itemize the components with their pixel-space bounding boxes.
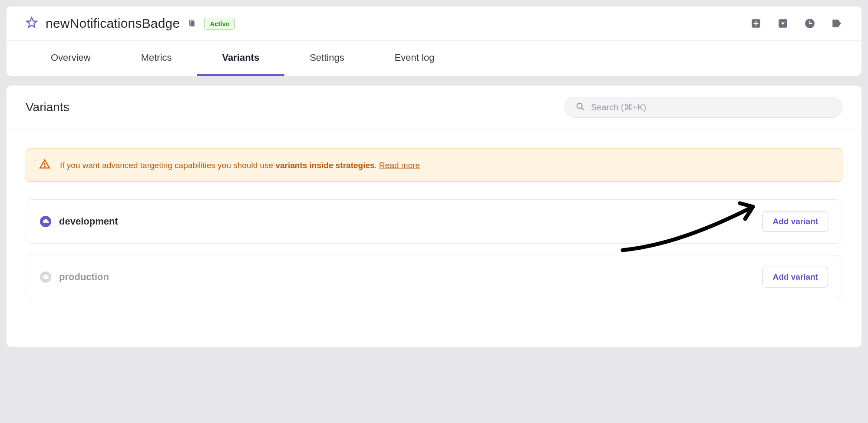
env-left: production	[40, 271, 109, 283]
env-name: development	[59, 216, 118, 227]
annotation-arrow	[615, 194, 771, 256]
svg-point-14	[44, 166, 45, 167]
tag-icon[interactable]	[831, 18, 842, 29]
tab-event-log[interactable]: Event log	[370, 41, 460, 76]
header-actions	[750, 18, 842, 29]
env-left: development	[40, 216, 118, 227]
tabs: Overview Metrics Variants Settings Event…	[7, 41, 861, 76]
tab-overview[interactable]: Overview	[26, 41, 116, 76]
header-left: newNotificationsBadge Active	[26, 16, 235, 31]
feature-name: newNotificationsBadge	[46, 16, 180, 31]
svg-point-11	[577, 103, 582, 109]
svg-line-12	[582, 108, 584, 110]
info-alert: If you want advanced targeting capabilit…	[26, 149, 842, 182]
env-name: production	[59, 271, 109, 283]
warning-icon	[39, 159, 50, 172]
environment-row-development: development Add variant	[26, 199, 842, 244]
alert-bold: variants inside strategies	[275, 161, 374, 170]
alert-text-before: If you want advanced targeting capabilit…	[60, 161, 275, 170]
add-variant-button[interactable]: Add variant	[762, 211, 828, 232]
clock-icon[interactable]	[804, 18, 815, 29]
section-title: Variants	[26, 100, 69, 114]
star-icon[interactable]	[26, 17, 38, 30]
alert-read-more-link[interactable]: Read more	[379, 161, 420, 170]
tab-metrics[interactable]: Metrics	[116, 41, 197, 76]
search-icon	[575, 102, 585, 113]
feature-header-card: newNotificationsBadge Active Overview Me…	[6, 6, 862, 76]
add-variant-wrap: Add variant	[762, 211, 828, 232]
cloud-icon	[40, 216, 51, 227]
svg-marker-0	[26, 17, 36, 27]
alert-text: If you want advanced targeting capabilit…	[60, 161, 420, 170]
feature-header: newNotificationsBadge Active	[7, 7, 861, 41]
alert-text-after: .	[375, 161, 380, 170]
add-icon[interactable]	[750, 18, 762, 29]
environment-row-production: production Add variant	[26, 255, 842, 299]
add-variant-button[interactable]: Add variant	[762, 267, 828, 288]
variants-section: Variants If you want advanced targeting …	[6, 85, 862, 347]
copy-icon[interactable]	[188, 18, 196, 29]
section-header: Variants	[7, 86, 861, 129]
tab-settings[interactable]: Settings	[284, 41, 370, 76]
section-body: If you want advanced targeting capabilit…	[7, 129, 861, 330]
search-input[interactable]	[591, 102, 832, 112]
status-badge: Active	[204, 18, 235, 30]
archive-icon[interactable]	[777, 18, 789, 29]
cloud-icon	[40, 271, 51, 283]
search-input-wrap[interactable]	[564, 97, 842, 118]
svg-rect-5	[754, 23, 759, 24]
svg-rect-10	[809, 23, 812, 24]
tab-variants[interactable]: Variants	[197, 41, 285, 76]
